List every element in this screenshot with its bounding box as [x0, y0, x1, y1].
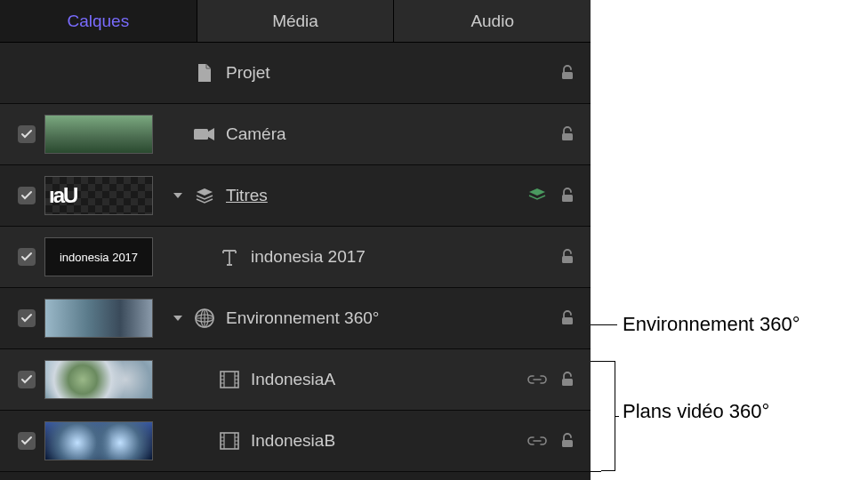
360-environment-icon [192, 308, 217, 329]
disclosure-toggle[interactable] [167, 189, 189, 202]
video-clip-icon [217, 371, 242, 388]
row-indonesiaA[interactable]: IndonesiaA [0, 349, 591, 411]
annotation-plans360: Plans vidéo 360° [623, 400, 769, 423]
layer-label: IndonesiaA [251, 370, 526, 389]
visibility-checkbox[interactable] [18, 187, 36, 204]
tab-audio[interactable]: Audio [394, 0, 591, 42]
row-titles[interactable]: ıaU Titres [0, 165, 591, 227]
layer-thumbnail: indonesia 2017 [44, 237, 153, 276]
annotation-env360: Environnement 360° [623, 313, 800, 336]
visibility-checkbox[interactable] [18, 432, 36, 450]
svg-rect-0 [562, 72, 573, 79]
layer-thumbnail [44, 115, 153, 154]
row-project[interactable]: Projet [0, 43, 591, 104]
callout-line [591, 361, 601, 362]
lock-icon[interactable] [557, 369, 578, 390]
lock-icon[interactable] [557, 430, 578, 452]
row-indonesiaB[interactable]: IndonesiaB [0, 411, 591, 472]
layer-label: IndonesiaB [251, 431, 526, 451]
row-indonesia-title[interactable]: indonesia 2017 indonesia 2017 [0, 227, 591, 288]
layer-label: indonesia 2017 [251, 247, 557, 267]
lock-icon[interactable] [557, 308, 578, 329]
camera-icon [192, 126, 217, 142]
lock-icon[interactable] [557, 185, 578, 206]
link-icon[interactable] [526, 369, 548, 390]
layer-thumbnail: ıaU [44, 176, 153, 215]
visibility-checkbox[interactable] [18, 248, 36, 266]
visibility-checkbox[interactable] [18, 371, 36, 388]
layer-label: Projet [226, 63, 557, 83]
tab-media[interactable]: Média [197, 0, 395, 42]
lock-icon[interactable] [557, 124, 578, 145]
layer-thumbnail [44, 360, 153, 399]
layer-label: Caméra [226, 124, 557, 144]
tab-layers[interactable]: Calques [0, 0, 197, 42]
layer-thumbnail [44, 421, 153, 460]
callout-line [591, 324, 617, 325]
layer-label: Titres [226, 186, 526, 205]
blend-layers-icon[interactable] [526, 185, 548, 206]
svg-rect-2 [562, 133, 573, 140]
layers-panel: Calques Média Audio Projet [0, 0, 591, 480]
row-camera[interactable]: Caméra [0, 104, 591, 165]
visibility-checkbox[interactable] [18, 125, 36, 143]
row-env360[interactable]: Environnement 360° [0, 288, 591, 349]
video-clip-icon [217, 432, 242, 450]
svg-rect-12 [562, 440, 573, 447]
disclosure-toggle[interactable] [167, 312, 189, 324]
callout-line [615, 416, 619, 417]
annotations-area: Environnement 360° Plans vidéo 360° [591, 0, 868, 480]
layer-label: Environnement 360° [226, 308, 557, 328]
svg-rect-1 [194, 129, 208, 140]
layer-thumbnail [44, 299, 153, 338]
text-icon [217, 248, 242, 266]
svg-rect-8 [562, 317, 573, 324]
document-icon [192, 63, 217, 83]
tab-bar: Calques Média Audio [0, 0, 591, 43]
link-icon[interactable] [526, 430, 548, 452]
lock-icon[interactable] [557, 246, 578, 268]
visibility-checkbox[interactable] [18, 309, 36, 327]
svg-rect-3 [562, 195, 573, 202]
callout-line [591, 471, 601, 472]
svg-rect-10 [562, 379, 573, 386]
lock-icon[interactable] [557, 62, 578, 84]
layers-stack-icon [192, 188, 217, 204]
svg-rect-4 [562, 256, 573, 263]
callout-bracket [601, 361, 615, 471]
